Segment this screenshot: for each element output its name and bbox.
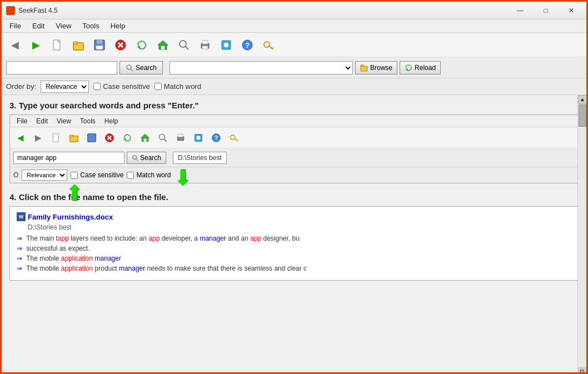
search-input[interactable]	[6, 61, 117, 74]
inner-search-button[interactable]: Search	[127, 152, 166, 164]
svg-rect-5	[96, 46, 103, 49]
inner-print-button[interactable]	[172, 130, 189, 146]
title-bar: SeekFast 4.5 — □ ✕	[2, 2, 586, 19]
svg-rect-43	[178, 134, 183, 137]
menu-edit[interactable]: Edit	[27, 21, 50, 31]
inner-app-window: File Edit View Tools Help ◀ ▶	[9, 114, 579, 183]
browse-button[interactable]: Browse	[355, 61, 397, 74]
inner-menu-tools[interactable]: Tools	[76, 117, 100, 126]
help-button[interactable]: ?	[237, 36, 257, 54]
up-arrow-icon: ⬆	[174, 167, 192, 188]
step3-heading: 3. Type your searched words and press "E…	[9, 101, 579, 110]
maximize-button[interactable]: □	[533, 2, 559, 19]
inner-back-button[interactable]: ◀	[12, 130, 29, 146]
file-link[interactable]: W Family Furnishings.docx	[17, 212, 571, 221]
inner-search-bar: Search D:\Stories best	[10, 148, 578, 167]
svg-point-25	[127, 65, 131, 69]
new-button[interactable]	[47, 36, 67, 54]
menu-tools[interactable]: Tools	[77, 21, 104, 31]
svg-point-12	[180, 41, 186, 47]
menu-file[interactable]: File	[4, 21, 27, 31]
file-path: D:\Stories best	[28, 223, 571, 231]
window-controls: — □ ✕	[507, 2, 584, 19]
search-button-main[interactable]: Search	[119, 61, 163, 74]
path-dropdown[interactable]	[170, 61, 353, 74]
search-bar: Search Browse Reload	[2, 57, 586, 78]
case-sensitive-label[interactable]: Case sensitive	[93, 82, 150, 91]
main-content: 3. Type your searched words and press "E…	[2, 95, 586, 374]
resize-handle[interactable]: ⊡	[577, 367, 586, 374]
svg-line-51	[136, 158, 138, 160]
match-word-label[interactable]: Match word	[155, 82, 201, 91]
svg-rect-11	[161, 46, 165, 49]
inner-open-button[interactable]	[66, 130, 82, 146]
favorites-button[interactable]	[216, 36, 236, 54]
svg-rect-16	[202, 46, 208, 49]
inner-favorites-button[interactable]	[190, 130, 207, 146]
minimize-button[interactable]: —	[507, 2, 533, 19]
scroll-thumb[interactable]	[579, 104, 586, 127]
svg-rect-2	[73, 42, 77, 44]
inner-help-button[interactable]: ?	[208, 130, 225, 146]
inner-match-checkbox[interactable]	[127, 172, 134, 179]
menu-help[interactable]: Help	[105, 21, 131, 31]
inner-new-button[interactable]	[48, 130, 64, 146]
open-button[interactable]	[68, 36, 88, 54]
inner-menu-edit[interactable]: Edit	[32, 117, 52, 126]
stop-button[interactable]	[111, 36, 131, 54]
inner-search-input[interactable]	[13, 152, 124, 164]
svg-rect-32	[70, 135, 73, 137]
key-button[interactable]	[258, 36, 278, 54]
inner-save-button[interactable]	[83, 130, 100, 146]
magnifier-button[interactable]	[174, 36, 194, 54]
svg-point-21	[264, 42, 270, 47]
step4-heading: 4. Click on the file name to open the fi…	[9, 192, 579, 202]
reload-button[interactable]: Reload	[400, 61, 441, 74]
inner-order-bar: O Relevance Case sensitive Match word ⬆	[10, 167, 578, 183]
result-line-4: ⇒ The mobile application product manager…	[17, 265, 571, 272]
inner-path-label: D:\Stories best	[173, 152, 227, 164]
svg-point-40	[159, 134, 165, 139]
svg-rect-4	[97, 40, 102, 44]
match-word-checkbox[interactable]	[155, 83, 162, 90]
search-label: Search	[136, 64, 157, 72]
inner-stop-button[interactable]	[101, 130, 118, 146]
inner-magnifier-button[interactable]	[155, 130, 171, 146]
inner-menu-help[interactable]: Help	[100, 117, 123, 126]
case-sensitive-text: Case sensitive	[103, 82, 150, 91]
svg-line-49	[235, 138, 238, 141]
svg-marker-29	[406, 68, 408, 70]
inner-match-label[interactable]: Match word	[127, 171, 171, 179]
match-word-text: Match word	[164, 82, 201, 91]
up-arrow-icon-2: ⬆	[66, 182, 83, 203]
inner-order-o: O	[13, 171, 18, 179]
home-button[interactable]	[153, 36, 173, 54]
back-button[interactable]: ◀	[5, 36, 25, 54]
inner-case-checkbox[interactable]	[71, 172, 78, 179]
print-button[interactable]	[195, 36, 215, 54]
toolbar: ◀ ▶ ?	[2, 33, 586, 57]
refresh-button[interactable]	[132, 36, 152, 54]
svg-point-48	[230, 135, 235, 139]
case-sensitive-checkbox[interactable]	[93, 83, 101, 90]
menu-view[interactable]: View	[50, 21, 77, 31]
inner-menu-view[interactable]: View	[52, 117, 76, 126]
save-button[interactable]	[89, 36, 109, 54]
close-button[interactable]: ✕	[559, 2, 584, 19]
resize-icon: ⊡	[580, 368, 584, 375]
file-name: Family Furnishings.docx	[28, 213, 113, 221]
inner-key-button[interactable]	[226, 130, 242, 146]
inner-order-select[interactable]: Relevance	[22, 169, 67, 181]
inner-case-label[interactable]: Case sensitive	[71, 171, 123, 179]
inner-refresh-button[interactable]	[119, 130, 136, 146]
order-select[interactable]: Relevance Date Name Size	[41, 81, 89, 93]
svg-point-50	[133, 155, 137, 159]
inner-menu-file[interactable]: File	[12, 117, 32, 126]
inner-home-button[interactable]	[137, 130, 153, 146]
inner-case-text: Case sensitive	[80, 171, 123, 179]
forward-button[interactable]: ▶	[26, 36, 46, 54]
scroll-up-button[interactable]: ▲	[578, 95, 586, 104]
arrow-sym-1: ⇒	[17, 235, 22, 242]
inner-forward-button[interactable]: ▶	[30, 130, 47, 146]
order-by-label: Order by:	[6, 82, 36, 91]
